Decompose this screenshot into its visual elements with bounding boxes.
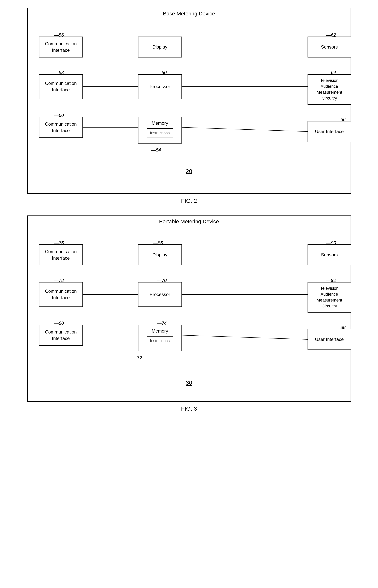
user-interface-fig3: User Interface	[308, 329, 351, 350]
memory-label: Memory	[152, 120, 168, 126]
fig3-diagram-box: Portable Metering Device ―76 Communicati…	[27, 215, 351, 402]
comm-interface-80: CommunicationInterface	[39, 325, 83, 346]
num-72: 72	[137, 355, 142, 361]
figure-2-container: Base Metering Device ―56 CommunicationIn…	[12, 8, 366, 204]
fig2-diagram-box: Base Metering Device ―56 CommunicationIn…	[27, 8, 351, 194]
instructions-box-fig3: Instructions	[147, 336, 173, 345]
figure-3-container: Portable Metering Device ―76 Communicati…	[12, 215, 366, 412]
sensors: Sensors	[308, 37, 351, 57]
memory-label-fig3: Memory	[152, 328, 168, 334]
tamc: TelevisionAudienceMeasurementCircuitry	[308, 74, 351, 105]
processor-fig3: Processor	[138, 282, 182, 307]
fig2-name: FIG. 2	[181, 197, 197, 204]
tamc-fig3: TelevisionAudienceMeasurementCircuitry	[308, 282, 351, 313]
memory: Memory Instructions	[138, 117, 182, 144]
comm-interface-58: CommunicationInterface	[39, 74, 83, 99]
fig3-diagram: ―76 CommunicationInterface ―78 Communica…	[35, 237, 355, 378]
display-fig3: Display	[138, 244, 182, 265]
processor: Processor	[138, 74, 182, 99]
comm-interface-76: CommunicationInterface	[39, 244, 83, 265]
comm-interface-78: CommunicationInterface	[39, 282, 83, 307]
svg-line-23	[182, 335, 308, 340]
fig3-title: Portable Metering Device	[159, 219, 219, 225]
bracket-54: ―54	[151, 147, 161, 153]
fig3-connections	[35, 237, 355, 378]
fig2-connections	[35, 29, 355, 170]
user-interface: User Interface	[308, 121, 351, 142]
comm-interface-60: CommunicationInterface	[39, 117, 83, 138]
memory-fig3: Memory Instructions	[138, 325, 182, 351]
fig2-title: Base Metering Device	[163, 11, 215, 17]
fig3-number-label: 30	[35, 379, 343, 386]
fig2-diagram: ―56 CommunicationInterface ―58 Communica…	[35, 29, 355, 170]
display: Display	[138, 37, 182, 57]
fig3-name: FIG. 3	[181, 405, 197, 412]
svg-line-11	[182, 127, 308, 131]
instructions-box: Instructions	[147, 128, 173, 137]
sensors-fig3: Sensors	[308, 244, 351, 265]
fig2-number-label: 20	[35, 168, 343, 174]
comm-interface-56: CommunicationInterface	[39, 37, 83, 57]
